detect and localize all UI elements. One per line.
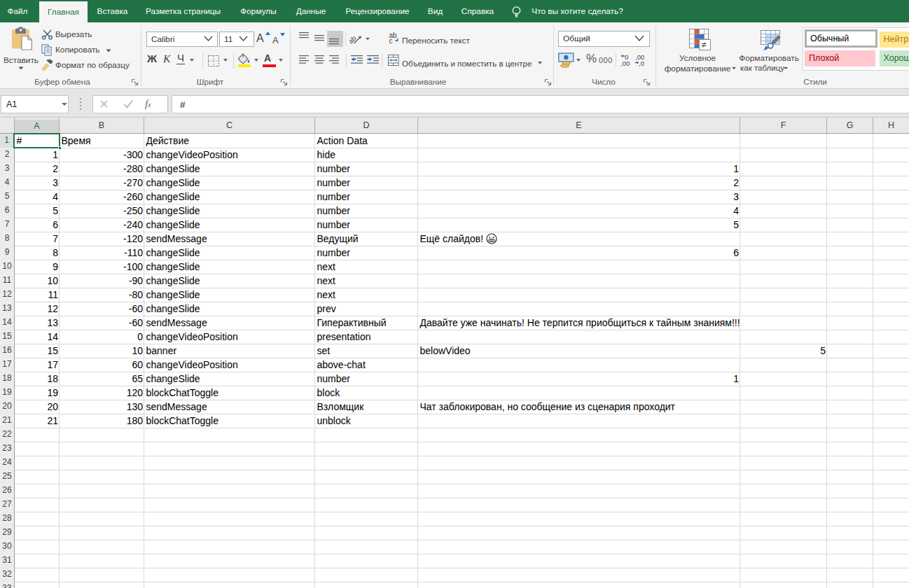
svg-text:,00: ,00 — [620, 59, 630, 66]
svg-text:≠: ≠ — [702, 40, 707, 50]
svg-text:c: c — [389, 37, 393, 44]
svg-text:ab: ab — [349, 34, 358, 45]
svg-text:,0: ,0 — [639, 59, 644, 66]
